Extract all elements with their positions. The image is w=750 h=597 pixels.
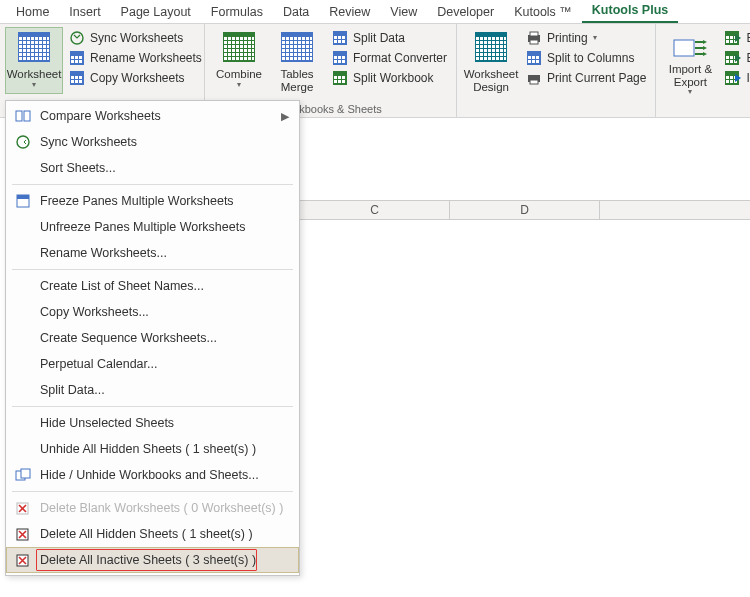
- menu-item-delete-all-inactive-sheets-sheet-s[interactable]: Delete All Inactive Sheets ( 3 sheet(s) …: [6, 547, 299, 573]
- menu-item-label: Compare Worksheets: [40, 109, 161, 123]
- tab-formulas[interactable]: Formulas: [201, 1, 273, 23]
- svg-rect-5: [530, 80, 538, 84]
- column-header-c[interactable]: C: [300, 201, 450, 219]
- label: Import & Export: [664, 63, 716, 88]
- export-icon: [725, 30, 741, 46]
- rename-worksheets-button[interactable]: Rename Worksheets: [65, 49, 206, 67]
- submenu-arrow-icon: ▶: [281, 110, 289, 123]
- menu-item-create-list-of-sheet-names[interactable]: Create List of Sheet Names...: [6, 273, 299, 299]
- menu-item-create-sequence-worksheets[interactable]: Create Sequence Worksheets...: [6, 325, 299, 351]
- combine-icon: [223, 32, 255, 65]
- blank-icon: [14, 245, 32, 261]
- import-icon: [725, 70, 741, 86]
- chevron-down-icon: ▾: [688, 87, 692, 96]
- label: Format Converter: [353, 51, 447, 65]
- tab-page-layout[interactable]: Page Layout: [111, 1, 201, 23]
- tab-review[interactable]: Review: [319, 1, 380, 23]
- tab-data[interactable]: Data: [273, 1, 319, 23]
- menu-separator: [12, 406, 293, 407]
- print-current-page-button[interactable]: Print Current Page: [522, 69, 650, 87]
- svg-point-9: [17, 136, 29, 148]
- menu-item-unhide-all-hidden-sheets-sheet-s[interactable]: Unhide All Hidden Sheets ( 1 sheet(s) ): [6, 436, 299, 462]
- import-export-button[interactable]: Import & Export ▾: [661, 27, 719, 101]
- split-to-columns-button[interactable]: Split to Columns: [522, 49, 650, 67]
- menu-separator: [12, 269, 293, 270]
- svg-rect-6: [674, 40, 694, 56]
- format-converter-button[interactable]: Format Converter: [328, 49, 451, 67]
- worksheet-design-button[interactable]: Worksheet Design: [462, 27, 520, 98]
- chevron-down-icon: ▾: [32, 80, 36, 89]
- menu-item-label: Unfreeze Panes Multiple Worksheets: [40, 220, 245, 234]
- label: Import F: [746, 71, 750, 85]
- split-data-button[interactable]: Split Data: [328, 29, 451, 47]
- worksheet-button[interactable]: Worksheet ▾: [5, 27, 63, 94]
- blank-icon: [14, 304, 32, 320]
- menu-item-freeze-panes-multiple-worksheets[interactable]: Freeze Panes Multiple Worksheets: [6, 188, 299, 214]
- import-export-icon: [673, 32, 707, 60]
- tables-merge-button[interactable]: Tables Merge: [268, 27, 326, 98]
- export-r-button[interactable]: Export R: [721, 29, 750, 47]
- menu-item-rename-worksheets[interactable]: Rename Worksheets...: [6, 240, 299, 266]
- rename-icon: [69, 50, 85, 66]
- menu-item-sort-sheets[interactable]: Sort Sheets...: [6, 155, 299, 181]
- tab-kutools-plus[interactable]: Kutools Plus: [582, 0, 678, 23]
- label: Printing: [547, 31, 588, 45]
- blank-icon: [14, 382, 32, 398]
- print-icon: [526, 70, 542, 86]
- menu-item-label: Sort Sheets...: [40, 161, 116, 175]
- tab-insert[interactable]: Insert: [59, 1, 110, 23]
- delete-icon: [14, 526, 32, 542]
- tab-home[interactable]: Home: [6, 1, 59, 23]
- menu-item-label: Create List of Sheet Names...: [40, 279, 204, 293]
- menu-item-perpetual-calendar[interactable]: Perpetual Calendar...: [6, 351, 299, 377]
- tab-developer[interactable]: Developer: [427, 1, 504, 23]
- combine-button[interactable]: Combine ▾: [210, 27, 268, 98]
- group-label: [462, 102, 650, 115]
- delete-icon: [14, 500, 32, 516]
- blank-icon: [14, 415, 32, 431]
- format-converter-icon: [332, 50, 348, 66]
- label: Copy Worksheets: [90, 71, 184, 85]
- printing-icon: [526, 30, 542, 46]
- menu-item-hide-unhide-workbooks-and-sheets[interactable]: Hide / Unhide Workbooks and Sheets...: [6, 462, 299, 488]
- printing-button[interactable]: Printing ▾: [522, 29, 650, 47]
- menu-item-label: Perpetual Calendar...: [40, 357, 157, 371]
- sync-worksheets-button[interactable]: Sync Worksheets: [65, 29, 206, 47]
- blank-icon: [14, 160, 32, 176]
- label: Export C: [746, 51, 750, 65]
- split-workbook-button[interactable]: Split Workbook: [328, 69, 451, 87]
- label: Split to Columns: [547, 51, 634, 65]
- svg-rect-11: [17, 195, 29, 199]
- menu-item-label: Rename Worksheets...: [40, 246, 167, 260]
- copy-worksheets-button[interactable]: Copy Worksheets: [65, 69, 206, 87]
- group-label: [661, 102, 750, 115]
- svg-rect-7: [16, 111, 22, 121]
- menu-item-sync-worksheets[interactable]: Sync Worksheets: [6, 129, 299, 155]
- svg-rect-3: [530, 40, 538, 44]
- blank-icon: [14, 219, 32, 235]
- export-c-button[interactable]: Export C: [721, 49, 750, 67]
- hide-icon: [14, 467, 32, 483]
- menu-item-split-data[interactable]: Split Data...: [6, 377, 299, 403]
- column-header-d[interactable]: D: [450, 201, 600, 219]
- chevron-down-icon: ▾: [593, 33, 597, 42]
- menu-item-label: Split Data...: [40, 383, 105, 397]
- menu-item-delete-all-hidden-sheets-sheet-s[interactable]: Delete All Hidden Sheets ( 1 sheet(s) ): [6, 521, 299, 547]
- tab-view[interactable]: View: [380, 1, 427, 23]
- menu-item-compare-worksheets[interactable]: Compare Worksheets▶: [6, 103, 299, 129]
- tab-kutools-[interactable]: Kutools ™: [504, 1, 582, 23]
- menu-item-label: Create Sequence Worksheets...: [40, 331, 217, 345]
- svg-rect-8: [24, 111, 30, 121]
- split-data-icon: [332, 30, 348, 46]
- menu-item-label: Delete All Inactive Sheets ( 3 sheet(s) …: [40, 553, 256, 567]
- menu-item-label: Hide Unselected Sheets: [40, 416, 174, 430]
- label: Rename Worksheets: [90, 51, 202, 65]
- export-icon: [725, 50, 741, 66]
- menu-item-hide-unselected-sheets[interactable]: Hide Unselected Sheets: [6, 410, 299, 436]
- menu-item-unfreeze-panes-multiple-worksheets[interactable]: Unfreeze Panes Multiple Worksheets: [6, 214, 299, 240]
- label: Tables Merge: [271, 68, 323, 93]
- import-f-button[interactable]: Import F: [721, 69, 750, 87]
- label: Worksheet Design: [464, 68, 519, 93]
- blank-icon: [14, 356, 32, 372]
- menu-item-copy-worksheets[interactable]: Copy Worksheets...: [6, 299, 299, 325]
